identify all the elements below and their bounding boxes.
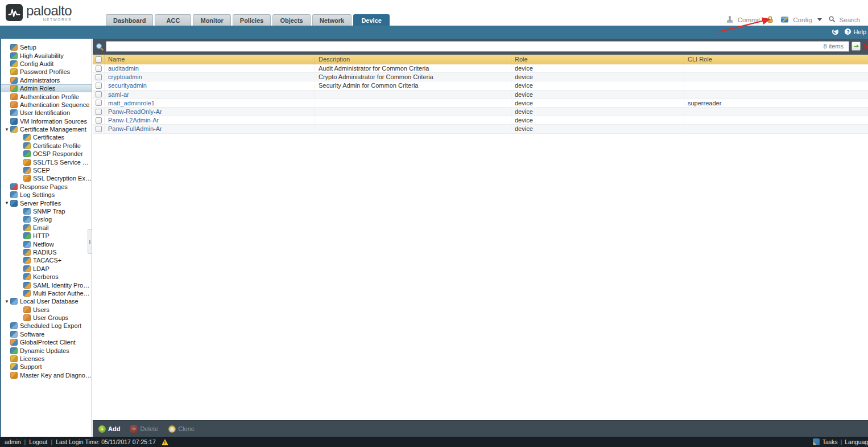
tab-dashboard[interactable]: Dashboard [106, 14, 153, 26]
row-checkbox[interactable] [93, 91, 104, 99]
sidebar-item-certificate-management[interactable]: ▼ Certificate Management [1, 125, 92, 133]
sidebar-item-radius[interactable]: RADIUS [1, 248, 92, 256]
sidebar-item-high-availability[interactable]: High Availability [1, 51, 92, 59]
sidebar-item-certificates[interactable]: Certificates [1, 133, 92, 141]
select-all-checkbox[interactable] [93, 55, 104, 64]
cell-name[interactable]: auditadmin [104, 64, 315, 72]
tab-policies[interactable]: Policies [233, 14, 271, 26]
clone-button[interactable]: ◉ Clone [168, 425, 195, 433]
sidebar-item-multi-factor-authentication[interactable]: Multi Factor Authentication [1, 289, 92, 297]
tasks-button[interactable]: Tasks [822, 438, 838, 445]
sidebar-item-scep[interactable]: SCEP [1, 166, 92, 174]
sidebar-item-syslog[interactable]: Syslog [1, 215, 92, 223]
filter-input[interactable] [106, 41, 849, 52]
cell-name[interactable]: matt_adminrole1 [104, 99, 315, 107]
table-row-cryptoadmin[interactable]: cryptoadmin Crypto Administrator for Com… [93, 73, 868, 81]
sidebar-item-server-profiles[interactable]: ▼ Server Profiles [1, 199, 92, 207]
sidebar-item-tacacs[interactable]: TACACS+ [1, 256, 92, 264]
table-row-auditadmin[interactable]: auditadmin Audit Administrator for Commo… [93, 64, 868, 73]
sidebar-item-globalprotect-client[interactable]: GlobalProtect Client [1, 338, 92, 346]
sidebar-item-label: Certificate Management [20, 126, 86, 133]
lock-icon[interactable] [766, 15, 774, 24]
row-checkbox[interactable] [93, 81, 104, 89]
sidebar-item-dynamic-updates[interactable]: Dynamic Updates [1, 346, 92, 354]
sidebar-item-authentication-sequence[interactable]: Authentication Sequence [1, 101, 92, 109]
cell-name[interactable]: Panw-FullAdmin-Ar [104, 125, 315, 133]
sidebar-item-certificate-profile[interactable]: Certificate Profile [1, 142, 92, 150]
table-row-saml-ar[interactable]: saml-ar device [93, 91, 868, 99]
column-header-name[interactable]: Name [104, 55, 315, 64]
config-button[interactable]: Config [793, 17, 812, 23]
sidebar-item-user-identification[interactable]: User Identification [1, 109, 92, 117]
tab-objects[interactable]: Objects [272, 14, 310, 26]
language-button[interactable]: Language [845, 438, 868, 445]
tab-monitor[interactable]: Monitor [193, 14, 230, 26]
table-row-panw-readonly-ar[interactable]: Panw-ReadOnly-Ar device [93, 108, 868, 116]
table-row-panw-fulladmin-ar[interactable]: Panw-FullAdmin-Ar device [93, 125, 868, 133]
row-checkbox[interactable] [93, 116, 104, 124]
sidebar-splitter-handle[interactable] [88, 229, 92, 254]
cell-name[interactable]: cryptoadmin [104, 73, 315, 81]
sidebar-item-snmp-trap[interactable]: SNMP Trap [1, 207, 92, 215]
sidebar-item-scheduled-log-export[interactable]: Scheduled Log Export [1, 322, 92, 330]
row-checkbox[interactable] [93, 64, 104, 72]
logout-link[interactable]: Logout [29, 438, 47, 445]
table-row-matt-adminrole1[interactable]: matt_adminrole1 device superreader [93, 99, 868, 108]
user-groups-icon [23, 314, 31, 321]
tab-device[interactable]: Device [353, 14, 390, 26]
row-checkbox[interactable] [93, 73, 104, 81]
sidebar-item-master-key-and-diagnostics[interactable]: Master Key and Diagnostics [1, 371, 92, 379]
sidebar-item-ssl-decryption-exclusion[interactable]: SSL Decryption Exclusion [1, 174, 92, 182]
sidebar-item-response-pages[interactable]: Response Pages [1, 183, 92, 191]
tree-expander-icon[interactable]: ▼ [3, 200, 10, 206]
row-checkbox[interactable] [93, 99, 104, 107]
sidebar-item-email[interactable]: Email [1, 224, 92, 232]
row-checkbox[interactable] [93, 125, 104, 133]
column-header-description[interactable]: Description [315, 55, 511, 64]
sidebar-item-authentication-profile[interactable]: Authentication Profile [1, 92, 92, 100]
tree-expander-icon[interactable]: ▼ [3, 299, 10, 304]
sidebar-item-users[interactable]: Users [1, 306, 92, 314]
sidebar-item-administrators[interactable]: Administrators [1, 76, 92, 84]
sidebar-item-user-groups[interactable]: User Groups [1, 314, 92, 322]
add-button[interactable]: + Add [98, 425, 120, 433]
row-checkbox[interactable] [93, 108, 104, 116]
sidebar-item-http[interactable]: HTTP [1, 232, 92, 240]
sidebar-item-saml-identity-provider[interactable]: SAML Identity Provider [1, 281, 92, 289]
sidebar-item-kerberos[interactable]: Kerberos [1, 273, 92, 281]
cell-name[interactable]: Panw-L2Admin-Ar [104, 116, 315, 124]
sidebar-item-admin-roles[interactable]: Admin Roles [1, 84, 92, 92]
apply-filter-arrow-icon[interactable] [852, 42, 861, 51]
cell-name[interactable]: Panw-ReadOnly-Ar [104, 108, 315, 116]
cell-name[interactable]: saml-ar [104, 91, 315, 99]
table-row-panw-l2admin-ar[interactable]: Panw-L2Admin-Ar device [93, 116, 868, 125]
help-button[interactable]: ? Help [844, 28, 866, 35]
sidebar-item-ldap[interactable]: LDAP [1, 265, 92, 273]
sidebar-item-licenses[interactable]: Licenses [1, 355, 92, 363]
tree-expander-icon[interactable]: ▼ [3, 127, 10, 132]
sidebar-item-software[interactable]: Software [1, 330, 92, 338]
clear-filter-x-icon[interactable] [862, 42, 868, 51]
sidebar-item-netflow[interactable]: Netflow [1, 240, 92, 248]
commit-button[interactable]: Commit [738, 17, 760, 23]
delete-button[interactable]: − Delete [130, 425, 158, 433]
column-header-role[interactable]: Role [511, 55, 684, 64]
tab-network[interactable]: Network [312, 14, 352, 26]
column-header-cli-role[interactable]: CLI Role [684, 55, 868, 64]
cell-name[interactable]: securityadmin [104, 81, 315, 89]
table-row-securityadmin[interactable]: securityadmin Security Admin for Common … [93, 81, 868, 90]
sidebar-item-support[interactable]: Support [1, 363, 92, 371]
sidebar-item-vm-information-sources[interactable]: VM Information Sources [1, 117, 92, 125]
sidebar-item-password-profiles[interactable]: Password Profiles [1, 68, 92, 76]
warning-icon[interactable] [162, 439, 168, 445]
caret-down-icon[interactable] [817, 18, 822, 21]
sidebar-item-config-audit[interactable]: Config Audit [1, 60, 92, 68]
sidebar-item-log-settings[interactable]: Log Settings [1, 191, 92, 199]
sidebar-item-setup[interactable]: Setup [1, 43, 92, 51]
sidebar-item-local-user-database[interactable]: ▼ Local User Database [1, 297, 92, 305]
refresh-icon[interactable] [832, 28, 838, 35]
tab-acc[interactable]: ACC [155, 14, 191, 26]
sidebar-item-ocsp-responder[interactable]: OCSP Responder [1, 150, 92, 158]
sidebar-item-ssl-tls-service-profile[interactable]: SSL/TLS Service Profile [1, 158, 92, 166]
search-button[interactable]: Search [840, 17, 860, 23]
